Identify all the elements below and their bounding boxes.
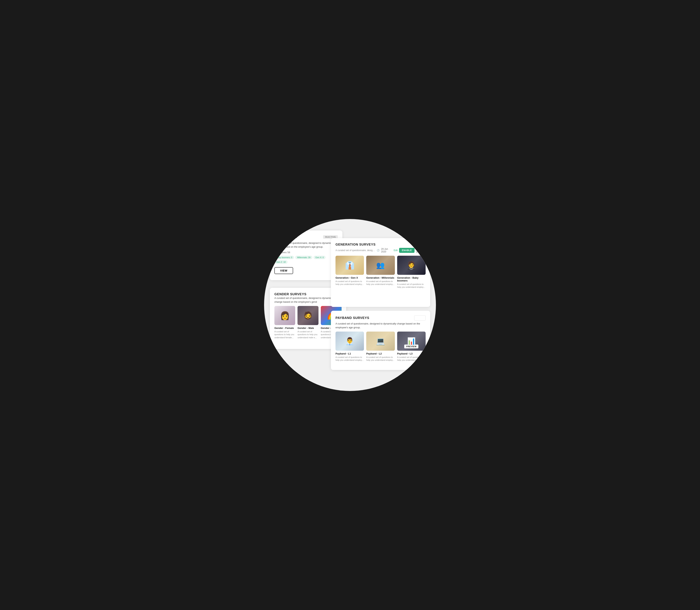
female-image (274, 306, 295, 325)
edit-link[interactable]: Edit (394, 249, 398, 252)
survey-item-millennials: Generation - Millennials A curated set o… (366, 256, 395, 289)
clock-icon: 🕐 (377, 249, 380, 252)
payband-surveys-card: PAYBAND SURVEYS A curated set of questio… (331, 311, 430, 370)
boomers-image (397, 256, 426, 275)
payband-title: PAYBAND SURVEYS (335, 316, 369, 320)
tag-millennials: Millennials: 39 (295, 256, 312, 259)
gender-surveys-title: GENDER SURVEYS (274, 292, 306, 296)
male-image (298, 306, 318, 325)
generation-tags: Baby boomers: 0 Millennials: 39 Gen X: 0… (274, 256, 338, 264)
payband-description: A curated set of questionnaire, designed… (335, 322, 426, 329)
payband2-image (366, 332, 395, 351)
female-name: Gender - Female (274, 326, 295, 330)
tag-baby-boomers: Baby boomers: 0 (274, 256, 294, 259)
payband1-name: Payband - L1 (335, 352, 364, 355)
more-label: age group. (416, 248, 426, 253)
survey-item-boomers: Generation - Baby boomers A curated set … (397, 256, 426, 289)
survey-item-female: Gender - Female A curated set of questio… (274, 306, 295, 339)
male-desc: A curated set of questions to help you u… (298, 330, 318, 339)
survey-item-payband3: PREVIEW Payband - L3 A curated set of qu… (397, 332, 426, 362)
boomers-name: Generation - Baby boomers (397, 276, 426, 282)
payband1-image (335, 332, 364, 351)
preview-tag: PREVIEW (404, 344, 418, 348)
gen-surveys-date: 29 Jun 2020 (381, 248, 392, 253)
payband2-desc: A curated set of questions to help you u… (366, 356, 395, 362)
payband1-desc: A curated set of questions to help you u… (335, 356, 364, 362)
millennials-image (366, 256, 395, 275)
payband2-name: Payband - L2 (366, 352, 395, 355)
boomers-desc: A curated set of questions to help you u… (397, 283, 426, 289)
gen-surveys-meta: A curated set of questionnaire, designed… (335, 248, 426, 253)
generation-surveys-grid: Generation - Gen X A curated set of ques… (335, 256, 426, 289)
survey-item-payband2: Payband - L2 A curated set of questions … (366, 332, 395, 362)
millennials-name: Generation - Millennials (366, 276, 395, 279)
generation-description: A curated set of questionnaire, designed… (274, 241, 338, 248)
genx-image (335, 256, 364, 275)
employees-count: Employees 58 (274, 251, 338, 254)
millennials-desc: A curated set of questions to help you u… (366, 280, 395, 286)
survey-item-male: Gender - Male A curated set of questions… (298, 306, 318, 339)
tag-genx: Gen X: 0 (314, 256, 326, 259)
genx-desc: A curated set of questions to help you u… (335, 280, 364, 286)
gen-surveys-header: GENERATION SURVEYS (335, 243, 426, 246)
genx-name: Generation - Gen X (335, 276, 364, 279)
view-button[interactable]: VIEW (274, 267, 293, 274)
payband3-image: PREVIEW (397, 332, 426, 351)
enable-button[interactable]: ENABLE (399, 248, 414, 253)
survey-item-payband1: Payband - L1 A curated set of questions … (335, 332, 364, 362)
payband-surveys-grid: Payband - L1 A curated set of questions … (335, 332, 426, 362)
tag-genz: Gen Z: 18 (274, 260, 287, 264)
gen-surveys-desc: A curated set of questionnaire, designed… (335, 249, 375, 252)
female-desc: A curated set of questions to help you u… (274, 330, 295, 339)
male-name: Gender - Male (298, 326, 318, 330)
payband-header: PAYBAND SURVEYS (335, 315, 426, 321)
payband3-desc: A curated set of questions to help you u… (397, 356, 426, 362)
payband3-name: Payband - L3 (397, 352, 426, 355)
generation-surveys-card: GENERATION SURVEYS A curated set of ques… (331, 238, 430, 307)
gen-surveys-title: GENERATION SURVEYS (335, 243, 376, 246)
generation-title: GENERATION (274, 235, 297, 239)
generation-card-header: GENERATION INACTIVE (274, 235, 338, 239)
survey-item-genx: Generation - Gen X A curated set of ques… (335, 256, 364, 289)
search-box[interactable] (414, 315, 426, 321)
